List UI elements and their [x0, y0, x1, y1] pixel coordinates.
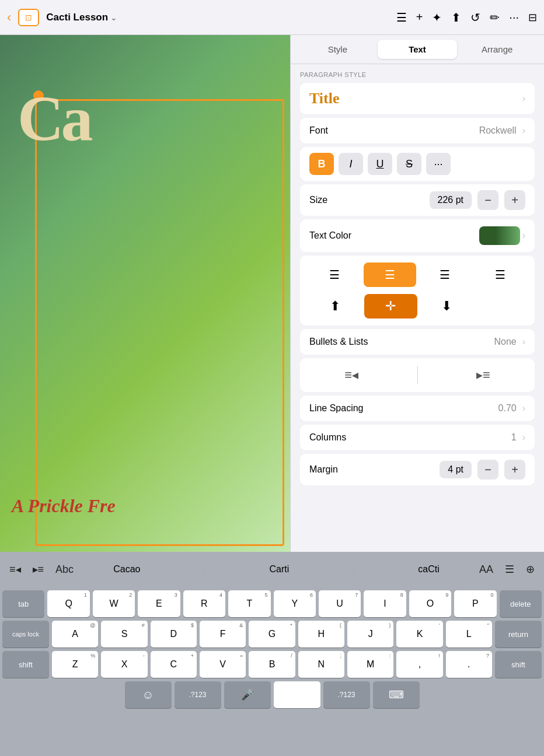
key-g[interactable]: *G: [249, 621, 295, 648]
valign-middle-button[interactable]: ✛: [364, 294, 418, 318]
align-justify-button[interactable]: ☰: [474, 262, 527, 287]
key-m[interactable]: :M: [347, 651, 393, 678]
paragraph-style-row[interactable]: Title ›: [300, 83, 535, 114]
valign-top-button[interactable]: ⬆: [308, 294, 362, 318]
more-button[interactable]: ···: [509, 10, 519, 24]
shift-left-key[interactable]: shift: [2, 651, 49, 678]
text-color-swatch[interactable]: [479, 226, 520, 245]
list-button[interactable]: ☰: [396, 10, 407, 24]
caps-lock-key[interactable]: caps lock: [2, 621, 49, 648]
key-period[interactable]: ?.: [446, 651, 492, 678]
num-key-right[interactable]: .?123: [323, 681, 370, 708]
key-c[interactable]: +C: [151, 651, 197, 678]
suggestion-2[interactable]: Carti: [270, 564, 290, 575]
sidebar-toggle-icon[interactable]: ⊡: [18, 9, 39, 26]
suggestion-1[interactable]: Cacao: [113, 564, 140, 575]
key-o[interactable]: 9O: [409, 590, 451, 617]
align-center-button[interactable]: ☰: [364, 262, 417, 287]
indent-row: ≡◂ ▸≡: [300, 358, 535, 392]
outdent-button[interactable]: ≡◂: [333, 365, 370, 385]
pencil-button[interactable]: ✏: [490, 10, 500, 24]
share-button[interactable]: ⬆: [451, 10, 461, 24]
num-key-left[interactable]: .?123: [175, 681, 221, 708]
key-h[interactable]: (H: [298, 621, 344, 648]
valign-bottom-button[interactable]: ⬇: [420, 294, 473, 318]
selection-border: [35, 99, 284, 546]
strikethrough-button[interactable]: S: [397, 153, 421, 175]
key-f[interactable]: &F: [200, 621, 246, 648]
key-r[interactable]: 4R: [183, 590, 225, 617]
keyboard-row-3: shift %Z -X +C =V /B ;N :M !, ?. shift: [2, 651, 542, 678]
columns-row[interactable]: Columns 1 ›: [300, 425, 535, 450]
align-left-button[interactable]: ☰: [308, 262, 361, 287]
margin-decrease-button[interactable]: −: [477, 460, 498, 480]
bullets-row[interactable]: Bullets & Lists None ›: [300, 329, 535, 355]
key-i[interactable]: 8I: [364, 590, 406, 617]
tab-arrange[interactable]: Arrange: [457, 40, 537, 59]
style-buttons-row: B I U S ···: [300, 147, 535, 181]
more-styles-button[interactable]: ···: [426, 153, 451, 175]
underline-button[interactable]: U: [368, 153, 392, 175]
suggestion-3[interactable]: caCti: [418, 564, 439, 575]
margin-label: Margin: [309, 464, 434, 475]
key-z[interactable]: %Z: [52, 651, 98, 678]
horizontal-align-row: ☰ ☰ ☰ ☰: [307, 261, 528, 288]
key-a[interactable]: @A: [52, 621, 98, 648]
return-key[interactable]: return: [495, 621, 542, 648]
size-increase-button[interactable]: +: [504, 190, 525, 210]
bullets-label: Bullets & Lists: [309, 337, 368, 347]
shift-right-key[interactable]: shift: [495, 651, 542, 678]
history-button[interactable]: ↺: [470, 10, 480, 24]
tab-text[interactable]: Text: [378, 40, 458, 59]
tab-style[interactable]: Style: [298, 40, 378, 59]
delete-key[interactable]: delete: [500, 590, 542, 617]
bold-button[interactable]: B: [309, 153, 334, 175]
doc-title-area[interactable]: Cacti Lesson ⌄: [46, 12, 117, 23]
key-b[interactable]: /B: [249, 651, 295, 678]
key-u[interactable]: 7U: [319, 590, 361, 617]
keyboard-row-4: ☺ .?123 🎤 .?123 ⌨: [2, 681, 542, 708]
mic-key[interactable]: 🎤: [224, 681, 271, 708]
keyboard-bar: ≡◂ ▸≡ Abc Cacao | Carti | caCti AA ☰ ⊕: [0, 552, 544, 587]
key-q[interactable]: 1Q: [47, 590, 89, 617]
tab-key[interactable]: tab: [2, 590, 44, 617]
indent-button[interactable]: ▸≡: [465, 365, 502, 385]
key-v[interactable]: =V: [200, 651, 246, 678]
key-d[interactable]: $D: [151, 621, 197, 648]
panel-content: PARAGRAPH STYLE Title › Font Rockwell › …: [291, 64, 544, 496]
key-comma[interactable]: !,: [396, 651, 442, 678]
keyboard-dismiss-key[interactable]: ⌨: [373, 681, 420, 708]
key-x[interactable]: -X: [101, 651, 147, 678]
key-p[interactable]: 0P: [454, 590, 496, 617]
font-size-bar-button[interactable]: AA: [476, 561, 497, 578]
space-key[interactable]: [274, 681, 320, 708]
key-n[interactable]: ;N: [298, 651, 344, 678]
outdent-bar-button[interactable]: ≡◂: [6, 561, 25, 578]
back-button[interactable]: ‹: [7, 6, 11, 29]
emoji-key[interactable]: ☺: [125, 681, 172, 708]
format-bar-button[interactable]: ☰: [501, 561, 518, 578]
add-button[interactable]: +: [416, 10, 423, 24]
italic-button[interactable]: I: [339, 153, 363, 175]
key-l[interactable]: "L: [446, 621, 492, 648]
key-k[interactable]: 'K: [396, 621, 442, 648]
key-t[interactable]: 5T: [228, 590, 270, 617]
size-decrease-button[interactable]: −: [477, 190, 498, 210]
text-color-row[interactable]: Text Color ›: [300, 219, 535, 252]
line-spacing-chevron: ›: [522, 403, 525, 414]
insert-bar-button[interactable]: ⊕: [522, 561, 538, 578]
key-j[interactable]: )J: [347, 621, 393, 648]
font-row[interactable]: Font Rockwell ›: [300, 118, 535, 144]
align-right-button[interactable]: ☰: [419, 262, 472, 287]
bullets-value: None ›: [494, 337, 525, 347]
key-s[interactable]: #S: [101, 621, 147, 648]
key-e[interactable]: 3E: [138, 590, 180, 617]
key-y[interactable]: 6Y: [274, 590, 316, 617]
line-spacing-row[interactable]: Line Spacing 0.70 ›: [300, 396, 535, 421]
key-w[interactable]: 2W: [93, 590, 135, 617]
margin-increase-button[interactable]: +: [504, 460, 525, 480]
magic-button[interactable]: ✦: [432, 10, 442, 24]
indent-bar-button[interactable]: ▸≡: [29, 561, 48, 578]
panel-button[interactable]: ⊟: [528, 11, 537, 24]
abc-bar-button[interactable]: Abc: [52, 561, 77, 578]
